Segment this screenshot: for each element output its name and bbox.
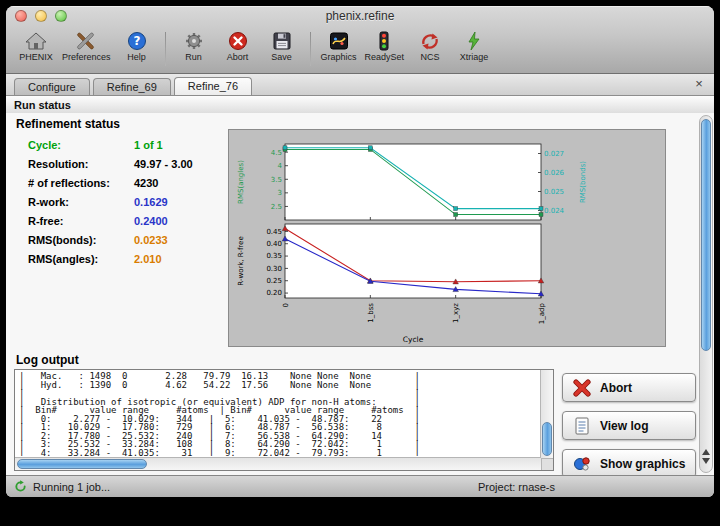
refinement-chart: 2.533.544.50.0240.0250.0260.027RMS(angle… [228, 129, 666, 347]
log-output-heading: Log output [16, 353, 79, 367]
svg-text:4.5: 4.5 [271, 149, 282, 157]
abort-button-label: Abort [600, 381, 632, 395]
show-graphics-button-label: Show graphics [600, 457, 685, 471]
toolbar-item-abort[interactable]: Abort [216, 29, 260, 62]
home-icon [18, 29, 54, 52]
main-scroll-thumb[interactable] [701, 119, 711, 351]
ncs-cycle-icon [412, 29, 448, 52]
stat-label: R-work: [28, 196, 134, 208]
svg-text:0.025: 0.025 [544, 188, 564, 196]
tab-refine-69[interactable]: Refine_69 [93, 78, 171, 95]
svg-text:RMS(bonds): RMS(bonds) [579, 161, 587, 203]
gear-icon [176, 29, 212, 52]
abort-button[interactable]: Abort [562, 373, 696, 402]
svg-text:?: ? [133, 34, 140, 48]
toolbar-item-label: Preferences [62, 52, 111, 62]
help-icon: ? [119, 29, 155, 52]
stat-row-cycle: Cycle:1 of 1 [28, 139, 193, 158]
toolbar-separator [165, 32, 166, 66]
svg-text:0: 0 [282, 303, 290, 307]
log-vertical-scrollbar[interactable] [540, 370, 553, 458]
view-log-button-label: View log [600, 419, 648, 433]
show-graphics-button[interactable]: Show graphics [562, 449, 696, 478]
stat-label: Resolution: [28, 158, 134, 170]
stat-row-resolution: Resolution:49.97 - 3.00 [28, 158, 193, 177]
toolbar-item-label: Save [264, 52, 300, 62]
toolbar-item-label: Graphics [321, 52, 357, 62]
svg-text:3: 3 [278, 189, 282, 197]
toolbar-item-run[interactable]: Run [172, 29, 216, 62]
window-title: phenix.refine [6, 6, 714, 27]
zoom-window-button[interactable] [55, 10, 67, 22]
toolbar-item-label: ReadySet [365, 52, 405, 62]
toolbar-item-xtriage[interactable]: Xtriage [452, 29, 496, 62]
log-scroll-corner [541, 458, 553, 470]
svg-text:0.024: 0.024 [544, 207, 565, 215]
view-log-button[interactable]: View log [562, 411, 696, 440]
window-chrome: phenix.refine PHENIX Preferences ? Help [6, 6, 714, 74]
stat-row-r-work: R-work:0.1629 [28, 196, 193, 215]
log-vertical-scroll-thumb[interactable] [542, 422, 552, 456]
tab-refine-76[interactable]: Refine_76 [174, 77, 252, 95]
stat-value: 49.97 - 3.00 [134, 158, 193, 170]
titlebar[interactable]: phenix.refine [6, 6, 714, 27]
stat-row-r-free: R-free:0.2400 [28, 215, 193, 234]
log-horizontal-scroll-thumb[interactable] [17, 459, 147, 469]
log-output-box[interactable]: | Mac. : 1498 0 2.28 79.79 16.13 None No… [14, 369, 554, 471]
toolbar-item-readyset[interactable]: ReadySet [361, 29, 409, 62]
toolbar-item-label: Abort [220, 52, 256, 62]
stat-label: RMS(angles): [28, 253, 134, 265]
stat-value: 1 of 1 [134, 139, 163, 151]
stat-row-reflections: # of reflections:4230 [28, 177, 193, 196]
stat-value: 0.1629 [134, 196, 168, 208]
log-text: | Mac. : 1498 0 2.28 79.79 16.13 None No… [19, 372, 539, 456]
status-message: Running 1 job... [33, 481, 110, 493]
scroll-down-icon[interactable] [702, 458, 710, 464]
stat-label: # of reflections: [28, 177, 134, 189]
xtriage-bolt-icon [456, 29, 492, 52]
svg-text:R-work, R-free: R-work, R-free [237, 236, 245, 285]
toolbar-item-label: PHENIX [18, 52, 54, 62]
close-tab-icon[interactable]: × [692, 76, 706, 91]
toolbar-item-help[interactable]: ? Help [115, 29, 159, 62]
svg-text:1_bss: 1_bss [367, 303, 375, 323]
minimize-window-button[interactable] [35, 10, 47, 22]
toolbar-item-label: NCS [412, 52, 448, 62]
svg-text:1_adp: 1_adp [538, 302, 546, 324]
action-buttons: Abort View log Show graphics [562, 373, 696, 487]
graphics-molecule-icon [571, 455, 593, 473]
close-window-button[interactable] [15, 10, 27, 22]
toolbar-item-save[interactable]: Save [260, 29, 304, 62]
status-bar: Running 1 job... Project: rnase-s [6, 475, 714, 497]
svg-text:2.5: 2.5 [271, 203, 282, 211]
toolbar-item-label: Run [176, 52, 212, 62]
tab-configure[interactable]: Configure [14, 78, 90, 95]
stat-row-rms-angles: RMS(angles):2.010 [28, 253, 193, 272]
stat-label: R-free: [28, 215, 134, 227]
toolbar-item-preferences[interactable]: Preferences [58, 29, 115, 62]
main-vertical-scrollbar[interactable] [699, 115, 713, 473]
svg-text:0.027: 0.027 [544, 150, 564, 158]
traffic-light-icon [365, 29, 405, 52]
toolbar-item-label: Xtriage [456, 52, 492, 62]
app-window: phenix.refine PHENIX Preferences ? Help [6, 6, 714, 497]
toolbar-item-phenix[interactable]: PHENIX [14, 29, 58, 62]
refinement-stats: Cycle:1 of 1 Resolution:49.97 - 3.00 # o… [28, 139, 193, 272]
svg-text:0.20: 0.20 [266, 289, 282, 297]
abort-circle-icon [220, 29, 256, 52]
toolbar-item-ncs[interactable]: NCS [408, 29, 452, 62]
project-label: Project: rnase-s [478, 481, 555, 493]
scroll-up-icon[interactable] [702, 449, 710, 455]
scroll-arrow-buttons[interactable] [700, 446, 712, 470]
stat-label: RMS(bonds): [28, 234, 134, 246]
stat-value: 2.010 [134, 253, 162, 265]
stat-value: 0.0233 [134, 234, 168, 246]
svg-text:0.026: 0.026 [544, 169, 565, 177]
log-document-icon [571, 417, 593, 435]
svg-text:0.35: 0.35 [266, 252, 282, 260]
svg-text:4: 4 [278, 162, 283, 170]
toolbar-item-graphics[interactable]: Graphics [317, 29, 361, 62]
svg-text:RMS(angles): RMS(angles) [237, 160, 245, 204]
progress-spinner-icon [14, 480, 27, 493]
log-horizontal-scrollbar[interactable] [15, 457, 541, 470]
